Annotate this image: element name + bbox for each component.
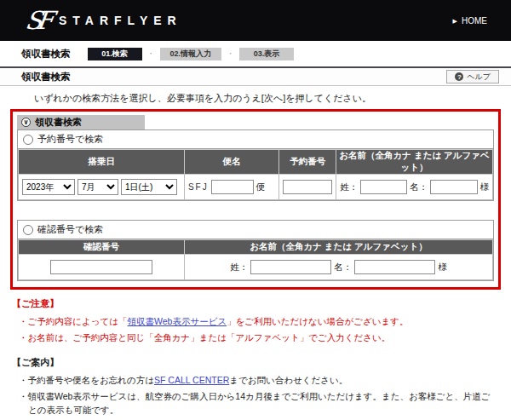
- flight-suffix-label: 便: [256, 181, 266, 193]
- first-name-input[interactable]: [354, 260, 435, 274]
- receipt-search-accordion-tab[interactable]: ∨ 領収書検索: [17, 115, 145, 129]
- brand-name: STARFLYER: [59, 14, 182, 27]
- sf-call-center-link[interactable]: SF CALL CENTER: [154, 375, 229, 385]
- list-item: ・ご予約内容によっては「領収書Web表示サービス」をご利用いただけない場合がござ…: [19, 314, 499, 328]
- first-name-label: 名：: [410, 181, 428, 193]
- table-row: 姓： 名： 様: [19, 255, 493, 280]
- col-header-boarding-date: 搭乗日: [19, 150, 185, 175]
- reservation-radio-label[interactable]: 予約番号で検索: [37, 133, 103, 146]
- guide-heading: 【ご案内】: [12, 356, 499, 369]
- guide-section: 【ご案内】 ・予約番号や便名をお忘れの方はSF CALL CENTERまでお問い…: [12, 356, 499, 420]
- reservation-search-radio[interactable]: [23, 135, 33, 145]
- step-navigation: 領収書検索 01.検索 ・ 02.情報入力 ・ 03.表示: [21, 48, 511, 60]
- reservation-search-table: 搭乗日 便名 予約番号 お名前（全角カナ または アルファベット） 2023年 …: [18, 149, 493, 200]
- last-name-label: 姓：: [230, 262, 248, 273]
- right-triangle-icon: ▶: [453, 18, 457, 24]
- caution-text: ・ご予約内容によっては「: [19, 316, 127, 326]
- section-title: 領収書検索: [21, 48, 71, 60]
- step-01-search: 01.検索: [88, 48, 142, 60]
- last-name-input[interactable]: [250, 260, 331, 274]
- col-header-name: お名前（全角カナ または アルファベット）: [336, 150, 493, 175]
- confirmation-number-input[interactable]: [50, 260, 152, 274]
- reservation-number-input[interactable]: [283, 180, 332, 194]
- guide-text: までお問い合わせください。: [229, 375, 347, 385]
- col-header-name: お名前（全角カナ または アルファベット）: [184, 240, 492, 255]
- help-button-label: ヘルプ: [467, 72, 491, 83]
- first-name-input[interactable]: [430, 180, 477, 194]
- caution-text: ・お名前は、ご予約内容と同じ「全角カナ」または「アルファベット」でご入力ください…: [19, 332, 390, 342]
- top-header: SF STARFLYER ▶ HOME: [0, 0, 511, 41]
- flight-number-input[interactable]: [211, 180, 254, 194]
- guide-text: ・予約番号や便名をお忘れの方は: [19, 375, 154, 385]
- search-panel-annotation-box: ∨ 領収書検索 予約番号で検索 搭乗日 便名 予約番号 お名前（全角カナ または…: [10, 109, 501, 290]
- month-select[interactable]: 7月: [78, 179, 118, 195]
- honorific-label: 様: [480, 181, 490, 193]
- col-header-flight: 便名: [184, 150, 278, 175]
- last-name-label: 姓：: [340, 181, 358, 193]
- flight-prefix-label: SFJ: [188, 182, 209, 192]
- step-03-display: 03.表示: [239, 48, 294, 60]
- col-header-confirmation-no: 確認番号: [19, 240, 185, 255]
- confirmation-radio-row: 確認番号で検索: [18, 221, 493, 239]
- confirmation-search-table: 確認番号 お名前（全角カナ または アルファベット） 姓： 名： 様: [18, 239, 493, 280]
- caution-section: 【ご注意】 ・ご予約内容によっては「領収書Web表示サービス」をご利用いただけな…: [12, 297, 499, 345]
- help-button[interactable]: ? ヘルプ: [446, 70, 499, 83]
- confirmation-search-radio[interactable]: [23, 225, 33, 235]
- reservation-search-block: 予約番号で検索 搭乗日 便名 予約番号 お名前（全角カナ または アルファベット…: [17, 129, 494, 201]
- caution-heading: 【ご注意】: [12, 297, 499, 310]
- last-name-input[interactable]: [360, 180, 407, 194]
- table-row: 2023年 7月 1日(土) SFJ 便: [19, 175, 493, 200]
- list-item: ・予約番号や便名をお忘れの方はSF CALL CENTERまでお問い合わせくださ…: [19, 373, 499, 387]
- home-link[interactable]: ▶ HOME: [453, 16, 487, 26]
- honorific-label: 様: [438, 262, 447, 273]
- day-select[interactable]: 1日(土): [121, 179, 177, 195]
- guide-text: ・領収書Web表示サービスは、航空券のご購入日から14カ月後までご利用いただけま…: [19, 391, 491, 415]
- list-item: ・お名前は、ご予約内容と同じ「全角カナ」または「アルファベット」でご入力ください…: [19, 331, 499, 344]
- sf-monogram-icon: SF: [24, 6, 61, 35]
- page-title: 領収書検索: [21, 71, 71, 83]
- accordion-tab-label: 領収書検索: [35, 116, 82, 129]
- chevron-down-circle-icon: ∨: [21, 118, 31, 127]
- list-item: ・領収書Web表示サービスは、航空券のご購入日から14カ月後までご利用いただけま…: [19, 389, 499, 417]
- first-name-label: 名：: [334, 262, 352, 273]
- question-mark-icon: ?: [455, 72, 463, 81]
- col-header-reservation-no: 予約番号: [279, 150, 336, 175]
- step-separator: ・: [147, 49, 155, 60]
- starflyer-logo: SF STARFLYER: [26, 6, 182, 35]
- confirmation-search-block: 確認番号で検索 確認番号 お名前（全角カナ または アルファベット） 姓：: [17, 220, 494, 281]
- step-separator: ・: [227, 49, 234, 60]
- home-link-label: HOME: [462, 16, 487, 26]
- step-02-input: 02.情報入力: [160, 48, 222, 60]
- instruction-text: いずれかの検索方法を選択し、必要事項を入力のうえ[次へ]を押してください。: [34, 92, 511, 105]
- receipt-web-service-link[interactable]: 領収書Web表示サービス: [127, 316, 227, 326]
- confirmation-radio-label[interactable]: 確認番号で検索: [37, 223, 103, 236]
- year-select[interactable]: 2023年: [22, 179, 75, 195]
- caution-text: 」をご利用いただけない場合がございます。: [227, 316, 408, 326]
- page-title-bar: 領収書検索 ? ヘルプ: [0, 66, 511, 86]
- reservation-radio-row: 予約番号で検索: [18, 130, 493, 149]
